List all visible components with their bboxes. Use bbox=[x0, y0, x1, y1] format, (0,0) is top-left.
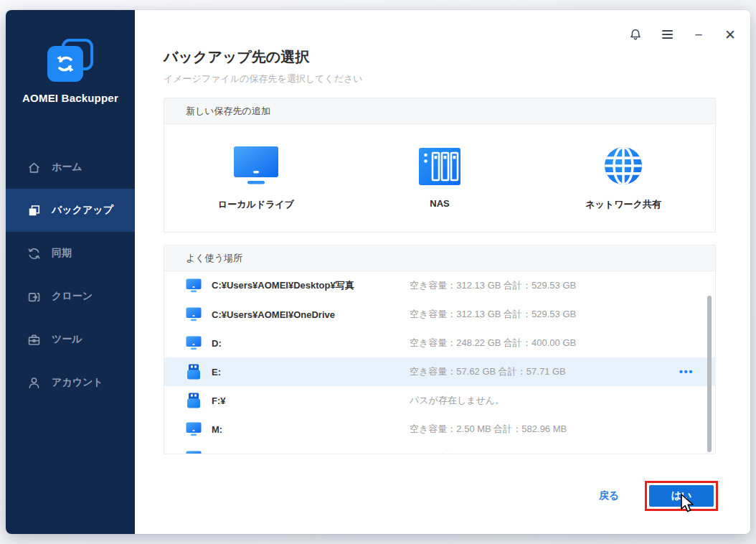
sidebar-item-label: ホーム bbox=[52, 161, 82, 174]
drive-path: C:¥Users¥AOMEI¥OneDrive bbox=[212, 309, 410, 320]
drive-capacity: 空き容量：57.62 GB 合計：57.71 GB bbox=[410, 365, 566, 378]
usb-drive-icon bbox=[186, 393, 202, 408]
favorites-panel: よく使う場所 C:¥Users¥AOMEI¥Desktop¥写真 空き容量：31… bbox=[164, 245, 716, 454]
yes-button[interactable]: はい bbox=[649, 485, 714, 507]
drive-status: パスが存在しません。 bbox=[410, 394, 504, 407]
sidebar-item-label: バックアップ bbox=[52, 204, 113, 217]
sidebar-item-tools[interactable]: ツール bbox=[6, 318, 135, 361]
list-item-selected[interactable]: E: 空き容量：57.62 GB 合計：57.71 GB ••• bbox=[164, 357, 715, 386]
tools-icon bbox=[27, 333, 41, 347]
account-icon bbox=[27, 376, 41, 390]
window-controls: − ✕ bbox=[628, 27, 737, 42]
list-item[interactable]: C:¥Users¥AOMEI¥Desktop¥写真 空き容量：312.13 GB… bbox=[164, 271, 715, 300]
nas-icon bbox=[419, 147, 460, 189]
annotation-highlight-box: はい bbox=[645, 481, 718, 511]
sidebar-item-backup[interactable]: バックアップ bbox=[6, 189, 135, 232]
sidebar-item-sync[interactable]: 同期 bbox=[6, 232, 135, 275]
drive-capacity: 空き容量：2.50 MB 合計：582.96 MB bbox=[410, 423, 567, 436]
menu-icon[interactable] bbox=[660, 27, 674, 42]
notification-bell-icon[interactable] bbox=[628, 27, 643, 42]
drive-status: パスが存在しません。 bbox=[410, 451, 504, 454]
drive-path: F:¥ bbox=[212, 395, 410, 406]
drive-icon bbox=[186, 450, 202, 454]
drive-icon bbox=[186, 306, 202, 322]
sync-logo-icon bbox=[47, 46, 83, 82]
minimize-icon[interactable]: − bbox=[691, 27, 706, 42]
new-destination-header: 新しい保存先の追加 bbox=[164, 98, 715, 124]
footer-actions: 戻る はい bbox=[599, 481, 718, 511]
drive-icon bbox=[186, 278, 202, 294]
sidebar-item-label: 同期 bbox=[52, 247, 72, 260]
option-label: ローカルドライブ bbox=[218, 198, 294, 211]
app-logo bbox=[47, 39, 93, 82]
sidebar-item-home[interactable]: ホーム bbox=[6, 146, 135, 189]
back-button[interactable]: 戻る bbox=[599, 489, 619, 502]
list-item[interactable]: C:¥Users¥AOMEI¥OneDrive 空き容量：312.13 GB 合… bbox=[164, 300, 715, 329]
sidebar-item-label: クローン bbox=[52, 290, 93, 303]
network-share-option[interactable]: ネットワーク共有 bbox=[531, 146, 715, 211]
app-title: AOMEI Backupper bbox=[6, 92, 135, 104]
sync-icon bbox=[27, 247, 41, 261]
local-drive-icon bbox=[233, 146, 279, 189]
sidebar-item-account[interactable]: アカウント bbox=[6, 361, 135, 404]
drive-path: Z:¥ bbox=[212, 453, 410, 454]
sidebar-nav: ホーム バックアップ bbox=[6, 146, 135, 404]
new-destination-panel: 新しい保存先の追加 ローカルドライブ bbox=[164, 98, 716, 233]
drive-icon bbox=[186, 335, 202, 351]
list-scrollbar[interactable] bbox=[707, 296, 712, 452]
usb-drive-icon bbox=[186, 364, 202, 380]
favorites-list: C:¥Users¥AOMEI¥Desktop¥写真 空き容量：312.13 GB… bbox=[164, 271, 715, 454]
drive-path: E: bbox=[212, 367, 410, 377]
nas-option[interactable]: NAS bbox=[348, 147, 531, 209]
close-icon[interactable]: ✕ bbox=[723, 27, 737, 42]
drive-path: D: bbox=[212, 338, 410, 349]
list-item[interactable]: M: 空き容量：2.50 MB 合計：582.96 MB bbox=[164, 415, 715, 444]
drive-capacity: 空き容量：312.13 GB 合計：529.53 GB bbox=[410, 308, 576, 321]
local-drive-option[interactable]: ローカルドライブ bbox=[164, 146, 348, 211]
drive-path: C:¥Users¥AOMEI¥Desktop¥写真 bbox=[212, 279, 410, 292]
more-options-icon[interactable]: ••• bbox=[679, 368, 694, 375]
app-window: AOMEI Backupper ホーム バックアップ bbox=[6, 10, 750, 534]
option-label: NAS bbox=[430, 198, 449, 209]
sidebar: AOMEI Backupper ホーム バックアップ bbox=[6, 10, 135, 534]
destination-options: ローカルドライブ bbox=[164, 124, 715, 232]
drive-path: M: bbox=[212, 424, 410, 435]
favorites-header: よく使う場所 bbox=[164, 245, 715, 271]
home-icon bbox=[27, 161, 41, 174]
main-content: − ✕ バックアップ先の選択 イメージファイルの保存先を選択してください 新しい… bbox=[135, 10, 750, 534]
drive-icon bbox=[186, 421, 202, 437]
backup-icon bbox=[27, 204, 41, 217]
sidebar-item-label: ツール bbox=[52, 333, 82, 346]
option-label: ネットワーク共有 bbox=[585, 198, 661, 211]
page-subtitle: イメージファイルの保存先を選択してください bbox=[164, 72, 716, 85]
clone-icon bbox=[27, 290, 41, 304]
drive-capacity: 空き容量：248.22 GB 合計：400.00 GB bbox=[410, 337, 576, 350]
list-item[interactable]: F:¥ パスが存在しません。 bbox=[164, 386, 715, 415]
network-share-icon bbox=[603, 146, 643, 189]
drive-capacity: 空き容量：312.13 GB 合計：529.53 GB bbox=[410, 279, 576, 292]
sidebar-item-label: アカウント bbox=[52, 376, 103, 389]
sidebar-item-clone[interactable]: クローン bbox=[6, 275, 135, 318]
list-item[interactable]: Z:¥ パスが存在しません。 bbox=[164, 444, 715, 454]
list-item[interactable]: D: 空き容量：248.22 GB 合計：400.00 GB bbox=[164, 329, 715, 357]
